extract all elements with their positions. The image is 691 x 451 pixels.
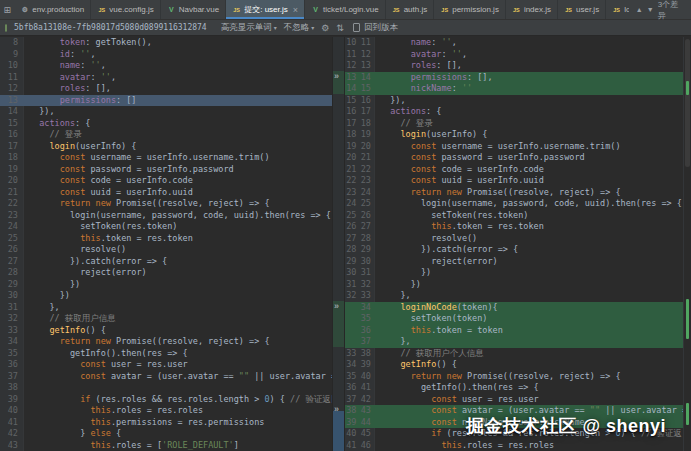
code-line[interactable]: 13 permissions: [] — [0, 95, 332, 107]
revision-checkbox-icon[interactable] — [5, 24, 7, 32]
whitespace-mode-label: 不忽略 — [284, 22, 310, 34]
expand-collapse-icon[interactable]: ⇅ — [336, 23, 344, 33]
code-line[interactable]: 43 this.roles = ['ROLE_DEFAULT'] — [0, 440, 332, 451]
code-line[interactable]: 15 actions: { — [0, 118, 332, 130]
code-line[interactable]: 1011 name: '', — [345, 37, 691, 49]
code-line[interactable]: 32 // 获取用户信息 — [0, 313, 332, 325]
code-line[interactable]: 11 avatar: '', — [0, 72, 332, 84]
code-line[interactable]: 10 name: '', — [0, 60, 332, 72]
code-line[interactable]: 36 const user = res.user — [0, 359, 332, 371]
code-line[interactable]: 2324 return new Promise((resolve, reject… — [345, 187, 691, 199]
code-line[interactable]: 1516 }), — [345, 95, 691, 107]
code-line[interactable]: 2122 const code = userInfo.code — [345, 164, 691, 176]
code-line[interactable]: 2526 setToken(res.token) — [345, 210, 691, 222]
tab-permission-js[interactable]: JSpermission.js — [434, 0, 506, 19]
expand-diff-icon[interactable]: » — [334, 404, 339, 414]
code-line[interactable]: 3031 }) — [345, 267, 691, 279]
code-line[interactable]: 2627 this.token = res.token — [345, 221, 691, 233]
tab-user-js[interactable]: JSuser.js — [558, 0, 606, 19]
line-numbers: 2627 — [345, 221, 375, 233]
code-line[interactable]: 29 }) — [0, 279, 332, 291]
code-line[interactable]: 3439 getInfo() { — [345, 359, 691, 371]
code-line[interactable]: 38 — [0, 382, 332, 394]
tab-navbar-vue[interactable]: VNavbar.vue — [161, 0, 226, 19]
code-line[interactable]: 30 }) — [0, 290, 332, 302]
code-line[interactable]: 37 const avatar = (user.avatar == "" || … — [0, 371, 332, 383]
code-line[interactable]: 25 this.token = res.token — [0, 233, 332, 245]
code-line[interactable]: 27 }).catch(error => { — [0, 256, 332, 268]
code-line[interactable]: 4146 this.roles = res.roles — [345, 440, 691, 451]
code-line[interactable]: 1213 roles: [], — [345, 60, 691, 72]
tab-commit-user-js[interactable]: JS提交: user.js× — [226, 0, 305, 19]
code-line[interactable]: 1112 avatar: '', — [345, 49, 691, 61]
code-line[interactable]: 2829 }).catch(error => { — [345, 244, 691, 256]
line-number: 26 — [0, 244, 24, 256]
code-line[interactable]: 40 this.roles = res.roles — [0, 405, 332, 417]
tab-auth-js[interactable]: JSauth.js — [386, 0, 435, 19]
next-diff-icon[interactable]: ▼ — [647, 6, 654, 13]
code-line[interactable]: 35 setToken(token) — [345, 313, 691, 325]
code-line[interactable]: 33 getInfo() { — [0, 325, 332, 337]
js-file-icon: JS — [564, 5, 573, 14]
code-line[interactable]: 1415 nickName: '' — [345, 83, 691, 95]
code-line[interactable]: 31 }, — [0, 302, 332, 314]
code-line[interactable]: 18 const username = userInfo.username.tr… — [0, 152, 332, 164]
tab-login-js[interactable]: JSlogin.js — [606, 0, 629, 19]
scrollbar-thumb[interactable] — [685, 39, 690, 167]
highlight-mode-dropdown[interactable]: 高亮显示单词 ▾ — [221, 22, 277, 34]
code-line[interactable]: 36 this.token = token — [345, 325, 691, 337]
expand-diff-icon[interactable]: » — [334, 301, 339, 311]
code-line[interactable]: 23 login(username, password, code, uuid)… — [0, 210, 332, 222]
code-line[interactable]: 41 this.permissions = res.permissions — [0, 417, 332, 429]
code-line[interactable]: 22 return new Promise((resolve, reject) … — [0, 198, 332, 210]
window-menu-icon[interactable]: ⊞ — [0, 0, 14, 19]
line-number: 33 — [0, 325, 24, 337]
code-line[interactable]: 35 getInfo().then(res => { — [0, 348, 332, 360]
code-line[interactable]: 9 id: '', — [0, 49, 332, 61]
code-line[interactable]: 8 token: getToken(), — [0, 37, 332, 49]
code-line[interactable]: 3338 // 获取用户个人信息 — [345, 348, 691, 360]
code-line[interactable]: 26 resolve() — [0, 244, 332, 256]
code-line[interactable]: 2223 const uuid = userInfo.uuid — [345, 175, 691, 187]
code-line[interactable]: 20 const code = userInfo.code — [0, 175, 332, 187]
code-line[interactable]: 21 const uuid = userInfo.uuid — [0, 187, 332, 199]
code-line[interactable]: 3233 }, — [345, 290, 691, 302]
code-line[interactable]: 34 return new Promise((resolve, reject) … — [0, 336, 332, 348]
whitespace-mode-dropdown[interactable]: 不忽略 ▾ — [284, 22, 315, 34]
code-line[interactable]: 3742 const user = res.user — [345, 394, 691, 406]
code-line[interactable]: 1920 const username = userInfo.username.… — [345, 141, 691, 153]
code-line[interactable]: 16 // 登录 — [0, 129, 332, 141]
tab-index-js[interactable]: JSindex.js — [506, 0, 558, 19]
editor-scrollbar[interactable] — [683, 37, 691, 451]
code-line[interactable]: 28 reject(error) — [0, 267, 332, 279]
code-line[interactable]: 39 if (res.roles && res.roles.length > 0… — [0, 394, 332, 406]
close-tab-icon[interactable]: × — [293, 5, 298, 15]
code-line[interactable]: 1718 // 登录 — [345, 118, 691, 130]
settings-gear-icon[interactable]: ⚙ — [321, 23, 329, 33]
code-line[interactable]: 2425 login(username, password, code, uui… — [345, 198, 691, 210]
code-line[interactable]: 19 const password = userInfo.password — [0, 164, 332, 176]
code-line[interactable]: 1314 permissions: [], — [345, 72, 691, 84]
code-line[interactable]: 1819 login(userInfo) { — [345, 129, 691, 141]
code-line[interactable]: 12 roles: [], — [0, 83, 332, 95]
code-line[interactable]: 3132 }) — [345, 279, 691, 291]
code-line[interactable]: 34 loginNoCode(token){ — [345, 302, 691, 314]
code-line[interactable]: 2930 reject(error) — [345, 256, 691, 268]
expand-diff-icon[interactable]: » — [334, 71, 339, 81]
code-line[interactable]: 3641 getInfo().then(res => { — [345, 382, 691, 394]
code-line[interactable]: 42 } else { — [0, 428, 332, 440]
tab-ticket-login-vue[interactable]: Vticket/Login.vue — [305, 0, 386, 19]
line-number: 34 — [0, 336, 24, 348]
prev-diff-icon[interactable]: ▲ — [636, 6, 643, 13]
code-line[interactable]: 2021 const password = userInfo.password — [345, 152, 691, 164]
code-line[interactable]: 3540 return new Promise((resolve, reject… — [345, 371, 691, 383]
code-line[interactable]: 24 setToken(res.token) — [0, 221, 332, 233]
code-line[interactable]: 2728 resolve() — [345, 233, 691, 245]
tab-label: env.production — [32, 5, 84, 14]
tab-env-production[interactable]: ⚙env.production — [14, 0, 91, 19]
code-line[interactable]: 37 }, — [345, 336, 691, 348]
tab-vue-config-js[interactable]: JSvue.config.js — [91, 0, 160, 19]
code-line[interactable]: 17 login(userInfo) { — [0, 141, 332, 153]
code-line[interactable]: 1617 actions: { — [345, 106, 691, 118]
code-line[interactable]: 14 }), — [0, 106, 332, 118]
